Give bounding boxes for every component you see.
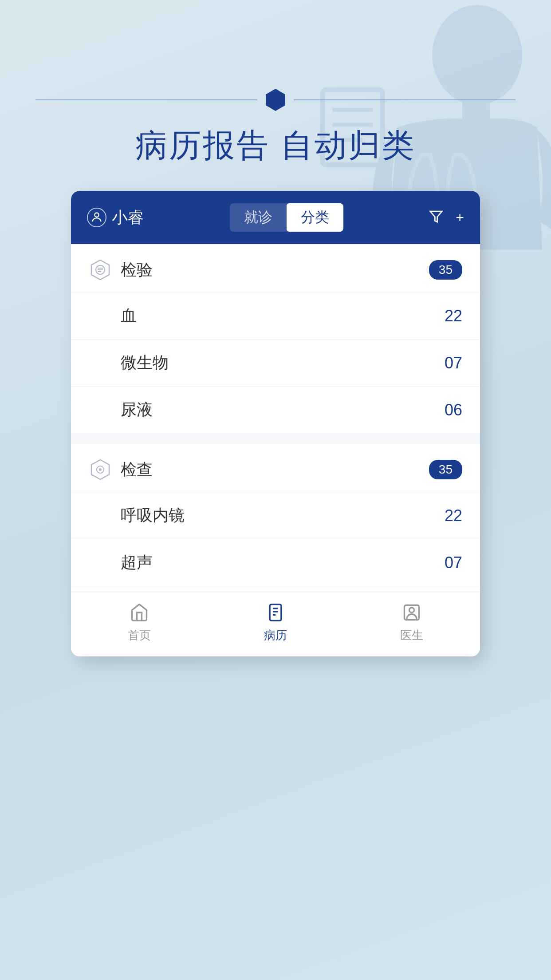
- subitem-xue-count: 22: [445, 307, 462, 325]
- category-jianya-count: 35: [429, 260, 462, 280]
- divider-line-right: [294, 99, 516, 100]
- tab-group: 就诊 分类: [230, 203, 343, 232]
- subitem-huxinanjing-name: 呼吸内镜: [121, 505, 185, 526]
- bottom-nav: 首页 病历 医生: [71, 592, 480, 656]
- add-icon[interactable]: +: [456, 209, 464, 226]
- category-jianya: 检验 35 血 22 微生物 07 尿液 06: [71, 244, 480, 433]
- hexagon-decoration: [264, 89, 287, 111]
- card-header: 小睿 就诊 分类 +: [71, 191, 480, 244]
- subitem-chaosheng-count: 07: [445, 553, 462, 572]
- doctor-icon: [400, 601, 423, 624]
- subitem-chaosheng[interactable]: 超声 07: [71, 539, 480, 586]
- subitem-niaiye-name: 尿液: [121, 399, 153, 421]
- section-spacer: [71, 433, 480, 444]
- category-jiancha-name: 检查: [121, 459, 153, 481]
- tab-fenlei[interactable]: 分类: [287, 203, 343, 232]
- category-jianya-icon: [89, 258, 112, 281]
- nav-records-label: 病历: [264, 628, 287, 643]
- nav-doctor-label: 医生: [400, 628, 423, 643]
- top-divider: [35, 89, 516, 111]
- page-title: 病历报告 自动归类: [0, 124, 551, 167]
- nav-doctor[interactable]: 医生: [400, 601, 423, 643]
- user-icon: [87, 208, 106, 227]
- nav-records[interactable]: 病历: [264, 601, 287, 643]
- subitem-weishengwu-name: 微生物: [121, 352, 169, 374]
- subitem-chaosheng-name: 超声: [121, 552, 153, 573]
- filter-icon[interactable]: [429, 209, 443, 225]
- category-jianya-name: 检验: [121, 259, 153, 281]
- svg-rect-14: [270, 605, 281, 621]
- svg-point-19: [409, 608, 414, 612]
- subitem-niaiye-count: 06: [445, 401, 462, 419]
- category-jiancha-left: 检查: [89, 458, 153, 481]
- svg-point-13: [99, 468, 102, 471]
- svg-marker-7: [430, 211, 442, 222]
- records-icon: [264, 601, 287, 624]
- category-jiancha-count: 35: [429, 460, 462, 479]
- divider-line-left: [35, 99, 257, 100]
- subitem-xue[interactable]: 血 22: [71, 292, 480, 339]
- subitem-xue-name: 血: [121, 305, 137, 327]
- phone-card: 小睿 就诊 分类 +: [71, 191, 480, 656]
- category-jianya-header: 检验 35: [71, 244, 480, 292]
- svg-point-6: [94, 213, 98, 217]
- nav-home[interactable]: 首页: [128, 601, 151, 643]
- category-jianya-left: 检验: [89, 258, 153, 281]
- subitem-niaiye[interactable]: 尿液 06: [71, 386, 480, 433]
- user-section: 小睿: [87, 207, 144, 229]
- tab-jiuzhen[interactable]: 就诊: [230, 203, 287, 232]
- user-name: 小睿: [112, 207, 144, 229]
- subitem-weishengwu-count: 07: [445, 354, 462, 372]
- home-icon: [128, 601, 151, 624]
- category-jiancha-icon: [89, 458, 112, 481]
- subitem-huxinanjing-count: 22: [445, 506, 462, 525]
- subitem-weishengwu[interactable]: 微生物 07: [71, 339, 480, 386]
- nav-home-label: 首页: [128, 628, 151, 643]
- header-actions: +: [429, 209, 464, 226]
- subitem-huxinanjing[interactable]: 呼吸内镜 22: [71, 492, 480, 539]
- category-jiancha-header: 检查 35: [71, 444, 480, 492]
